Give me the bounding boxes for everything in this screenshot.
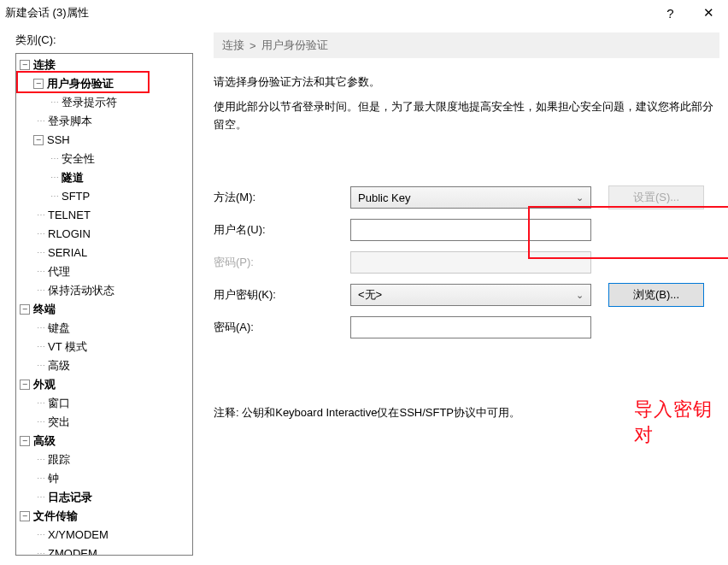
- tree-item-label: SFTP: [62, 187, 90, 206]
- help-icon[interactable]: ?: [651, 0, 690, 26]
- breadcrumb-sep: >: [250, 39, 256, 52]
- passphrase-input[interactable]: [350, 316, 591, 338]
- tree-leaf-icon: ⋯: [33, 319, 48, 338]
- tree-item[interactable]: ⋯隧道: [16, 168, 192, 187]
- tree-item[interactable]: ⋯VT 模式: [16, 338, 192, 356]
- tree-item-label: X/YMODEM: [48, 526, 109, 544]
- tree-item-label: 登录提示符: [62, 93, 117, 112]
- tree-item-label: VT 模式: [48, 338, 87, 356]
- tree-item-label: 键盘: [48, 319, 70, 338]
- tree-leaf-icon: ⋯: [33, 450, 48, 469]
- collapse-icon[interactable]: −: [33, 79, 44, 89]
- tree-item[interactable]: ⋯日志记录: [16, 488, 192, 507]
- tree-item-label: 钟: [48, 469, 59, 488]
- tree-leaf-icon: ⋯: [33, 244, 48, 262]
- tree-item[interactable]: ⋯跟踪: [16, 450, 192, 469]
- tree-item[interactable]: ⋯安全性: [16, 150, 192, 168]
- tree-leaf-icon: ⋯: [33, 281, 48, 300]
- tree-leaf-icon: ⋯: [33, 262, 48, 281]
- tree-item-label: TELNET: [48, 206, 91, 225]
- tree-item-label: 高级: [48, 356, 70, 375]
- tree-item[interactable]: ⋯窗口: [16, 394, 192, 413]
- tree-leaf-icon: ⋯: [47, 187, 62, 206]
- tree-item-label: 连接: [33, 56, 56, 74]
- collapse-icon[interactable]: −: [20, 436, 30, 446]
- breadcrumb-current: 用户身份验证: [261, 38, 328, 53]
- tree-leaf-icon: ⋯: [33, 338, 48, 356]
- userkey-value: <无>: [358, 287, 382, 303]
- tree-item[interactable]: ⋯X/YMODEM: [16, 526, 192, 544]
- tree-leaf-icon: ⋯: [33, 112, 48, 131]
- tree-item-label: 终端: [33, 300, 56, 319]
- method-select[interactable]: Public Key ⌄: [350, 186, 591, 209]
- tree-leaf-icon: ⋯: [47, 93, 62, 112]
- category-pane: 类别(C): −连接−用户身份验证⋯登录提示符⋯登录脚本−SSH⋯安全性⋯隧道⋯…: [15, 32, 193, 556]
- passphrase-label: 密码(A):: [214, 320, 350, 335]
- tree-item-label: 跟踪: [48, 450, 70, 469]
- breadcrumb: 连接 > 用户身份验证: [214, 32, 719, 58]
- intro-line1: 请选择身份验证方法和其它参数。: [214, 74, 719, 91]
- tree-item[interactable]: ⋯代理: [16, 262, 192, 281]
- tree-leaf-icon: ⋯: [33, 356, 48, 375]
- tree-item-label: 窗口: [48, 394, 70, 413]
- tree-leaf-icon: ⋯: [47, 150, 62, 168]
- collapse-icon[interactable]: −: [20, 380, 30, 390]
- window-controls: ? ✕: [651, 0, 728, 26]
- collapse-icon[interactable]: −: [20, 511, 30, 521]
- method-row: 方法(M): Public Key ⌄ 设置(S)...: [214, 181, 719, 214]
- window-title: 新建会话 (3)属性: [5, 5, 651, 21]
- collapse-icon[interactable]: −: [20, 60, 30, 70]
- chevron-down-icon: ⌄: [576, 290, 584, 301]
- annotation-text: 导入密钥对: [634, 397, 719, 448]
- tree-item[interactable]: ⋯登录脚本: [16, 112, 192, 131]
- tree-item[interactable]: ⋯突出: [16, 413, 192, 432]
- tree-item[interactable]: ⋯ZMODEM: [16, 544, 192, 556]
- tree-item-label: SERIAL: [48, 244, 87, 262]
- userkey-label: 用户密钥(K):: [214, 287, 350, 303]
- tree-item[interactable]: ⋯SFTP: [16, 187, 192, 206]
- category-tree[interactable]: −连接−用户身份验证⋯登录提示符⋯登录脚本−SSH⋯安全性⋯隧道⋯SFTP⋯TE…: [15, 53, 193, 556]
- userkey-select[interactable]: <无> ⌄: [350, 284, 591, 306]
- tree-item-label: 代理: [48, 262, 70, 281]
- tree-item[interactable]: −SSH: [16, 131, 192, 150]
- tree-item[interactable]: ⋯SERIAL: [16, 244, 192, 262]
- tree-item[interactable]: ⋯保持活动状态: [16, 281, 192, 300]
- tree-leaf-icon: ⋯: [33, 526, 48, 544]
- tree-item-label: 文件传输: [33, 507, 78, 526]
- collapse-icon[interactable]: −: [20, 304, 30, 315]
- method-value: Public Key: [358, 191, 410, 204]
- username-label: 用户名(U):: [214, 222, 350, 238]
- tree-leaf-icon: ⋯: [47, 168, 62, 187]
- password-input: [350, 251, 591, 274]
- tree-item[interactable]: −高级: [16, 432, 192, 450]
- close-icon[interactable]: ✕: [690, 0, 728, 26]
- tree-item[interactable]: ⋯键盘: [16, 319, 192, 338]
- userkey-row: 用户密钥(K): <无> ⌄ 浏览(B)...: [214, 279, 719, 311]
- tree-item[interactable]: −终端: [16, 300, 192, 319]
- tree-item-label: SSH: [47, 131, 70, 150]
- tree-item[interactable]: −外观: [16, 375, 192, 394]
- category-label: 类别(C):: [15, 32, 193, 48]
- username-input[interactable]: [350, 219, 591, 241]
- password-row: 密码(P):: [214, 246, 719, 279]
- tree-item[interactable]: −连接: [16, 56, 192, 74]
- browse-button[interactable]: 浏览(B)...: [608, 283, 704, 307]
- tree-item[interactable]: ⋯钟: [16, 469, 192, 488]
- settings-button: 设置(S)...: [608, 185, 704, 209]
- passphrase-row: 密码(A):: [214, 311, 719, 344]
- tree-item[interactable]: ⋯登录提示符: [16, 93, 192, 112]
- collapse-icon[interactable]: −: [33, 135, 44, 145]
- tree-leaf-icon: ⋯: [33, 394, 48, 413]
- tree-item-label: 突出: [48, 413, 70, 432]
- username-row: 用户名(U):: [214, 214, 719, 246]
- tree-item-label: 日志记录: [48, 488, 92, 507]
- tree-leaf-icon: ⋯: [33, 488, 48, 507]
- tree-item[interactable]: −用户身份验证: [16, 74, 192, 93]
- tree-item[interactable]: ⋯高级: [16, 356, 192, 375]
- tree-item[interactable]: −文件传输: [16, 507, 192, 526]
- tree-item[interactable]: ⋯RLOGIN: [16, 225, 192, 244]
- tree-item[interactable]: ⋯TELNET: [16, 206, 192, 225]
- breadcrumb-root: 连接: [222, 38, 244, 53]
- tree-item-label: 外观: [33, 375, 56, 394]
- tree-item-label: 保持活动状态: [48, 281, 114, 300]
